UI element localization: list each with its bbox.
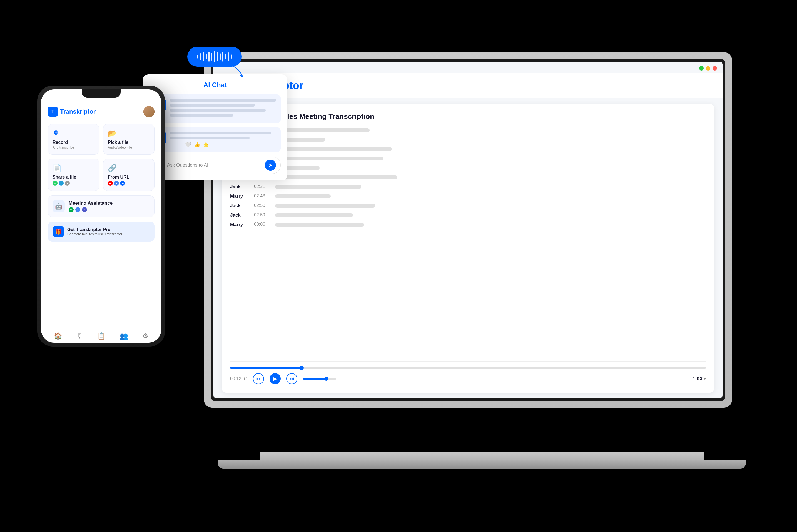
wave-bar-5 <box>209 52 210 62</box>
chat-line <box>169 114 233 117</box>
from-url-title: From URL <box>108 175 150 179</box>
heart-icon[interactable]: 🤍 <box>185 141 191 148</box>
teams-icon: T <box>82 207 87 212</box>
speed-badge[interactable]: 1.0X ▾ <box>692 376 706 382</box>
nav-people[interactable]: 👥 <box>120 332 128 340</box>
player-section: 00:12:67 ⏮ ▶ ⏭ 1.0X <box>230 361 706 384</box>
pick-file-title: Pick a file <box>108 140 150 145</box>
speaker-time: 02:50 <box>254 203 271 208</box>
speaker-time: 02:43 <box>254 193 271 198</box>
transcript-row: Jack 01:25 <box>230 128 706 133</box>
record-title: Record <box>53 140 94 145</box>
wave-bar-8 <box>217 52 218 61</box>
chat-line <box>169 109 266 112</box>
wave-bar-3 <box>203 52 204 61</box>
volume-thumb <box>324 377 328 381</box>
document-icon: 📄 <box>53 164 94 172</box>
transcript-bar <box>275 223 364 227</box>
share-file-title: Share a file <box>53 175 94 179</box>
player-controls: 00:12:67 ⏮ ▶ ⏭ 1.0X <box>230 373 706 384</box>
send-button[interactable]: ➤ <box>265 160 276 171</box>
screen-content: T Transkriptor ▐▌▐▌▐ ACME Sales Meeting … <box>213 62 723 398</box>
more-icon: • <box>65 181 70 186</box>
transcript-row: Marry 03:06 <box>230 222 706 227</box>
chat-input-row[interactable]: ✦ Ask Questions to AI ➤ <box>149 157 281 174</box>
action-share-file[interactable]: 📄 Share a file W T • <box>48 158 99 191</box>
meeting-title: Meeting Assistance <box>69 201 112 206</box>
chat-line <box>169 99 276 102</box>
pick-file-sub: Audio/Video File <box>108 146 150 149</box>
transcript-bar <box>275 204 375 208</box>
meet-icon: M <box>69 207 74 212</box>
wave-bar-9 <box>219 53 221 60</box>
chat-line <box>169 137 250 139</box>
phone-content: T Transkriptor 🎙 Record And transcribe <box>41 90 161 328</box>
transcript-row: Jack 02:31 <box>230 184 706 190</box>
nav-home[interactable]: 🏠 <box>54 332 62 340</box>
transcript-row: Jack 02:50 <box>230 203 706 209</box>
promo-sub: Get more minutes to use Transkriptor! <box>67 232 123 236</box>
chevron-down-icon: ▾ <box>704 377 706 381</box>
transcript-bar <box>275 185 361 189</box>
progress-fill <box>230 367 302 369</box>
phone-logo-icon: T <box>48 107 58 117</box>
speaker-name: Marry <box>230 222 250 227</box>
chat-message-1: T <box>149 94 281 123</box>
transcript-bar <box>275 175 397 179</box>
promo-icon: 🎁 <box>53 226 64 237</box>
play-button[interactable]: ▶ <box>270 373 281 384</box>
thumb-up-icon[interactable]: 👍 <box>194 141 200 148</box>
speaker-time: 02:59 <box>254 212 271 217</box>
laptop-bezel: T Transkriptor ▐▌▐▌▐ ACME Sales Meeting … <box>211 59 725 401</box>
action-record[interactable]: 🎙 Record And transcribe <box>48 124 99 155</box>
speed-text: 1.0X <box>692 376 703 382</box>
window-controls <box>213 62 723 73</box>
nav-mic[interactable]: 🎙 <box>76 332 83 340</box>
dropbox-icon: ◆ <box>120 181 125 186</box>
phone-header: T Transkriptor <box>48 106 155 117</box>
wave-bar-13 <box>231 54 232 59</box>
meeting-assistance-card[interactable]: 🤖 Meeting Assistance M C T <box>48 195 155 217</box>
phone-notch <box>82 90 121 98</box>
volume-fill <box>303 378 326 380</box>
mic-icon: 🎙 <box>53 129 94 138</box>
user-avatar[interactable] <box>143 106 155 117</box>
url-sub-icons: ▶ ▲ ◆ <box>108 181 150 186</box>
speaker-name: Marry <box>230 193 250 199</box>
rewind-button[interactable]: ⏮ <box>253 373 264 384</box>
share-sub-icons: W T • <box>53 181 94 186</box>
transcript-row: Marry 01:35 <box>230 146 706 152</box>
transcript-row: Marry 02:19 <box>230 175 706 180</box>
chat-message-2: T 🤍 👍 ⭐ <box>149 127 281 152</box>
nav-doc[interactable]: 📋 <box>97 332 106 340</box>
phone-logo-text: Transkriptor <box>60 108 96 115</box>
screen-header: T Transkriptor <box>213 73 723 98</box>
red-dot[interactable] <box>712 66 717 71</box>
star-icon[interactable]: ⭐ <box>203 141 209 148</box>
chat-input[interactable]: Ask Questions to AI <box>167 163 262 168</box>
transcript-row: Jack 01:41 <box>230 156 706 161</box>
phone-logo: T Transkriptor <box>48 107 96 117</box>
transcript-row: Marry 01:53 <box>230 165 706 171</box>
promo-title: Get Transkriptor Pro <box>67 227 123 232</box>
transcript-bar <box>275 213 353 217</box>
volume-track[interactable] <box>303 378 336 380</box>
green-dot[interactable] <box>699 66 704 71</box>
forward-button[interactable]: ⏭ <box>286 373 297 384</box>
yellow-dot[interactable] <box>706 66 710 71</box>
chat-line <box>169 132 271 134</box>
action-from-url[interactable]: 🔗 From URL ▶ ▲ ◆ <box>103 158 155 191</box>
action-pick-file[interactable]: 📂 Pick a file Audio/Video File <box>103 124 155 155</box>
transcript-bar <box>275 157 383 160</box>
record-sub: And transcribe <box>53 146 94 149</box>
chat-lines-1 <box>154 99 276 117</box>
speaker-name: Jack <box>230 184 250 190</box>
meeting-icon: 🤖 <box>53 200 65 212</box>
calendar-icon: C <box>75 207 80 212</box>
transcript-row: Marry 02:43 <box>230 193 706 199</box>
promo-card[interactable]: 🎁 Get Transkriptor Pro Get more minutes … <box>48 222 155 242</box>
nav-settings[interactable]: ⚙ <box>142 332 148 340</box>
whatsapp-icon: W <box>53 181 57 186</box>
gdrive-icon: ▲ <box>114 181 119 186</box>
progress-track[interactable] <box>230 367 706 369</box>
